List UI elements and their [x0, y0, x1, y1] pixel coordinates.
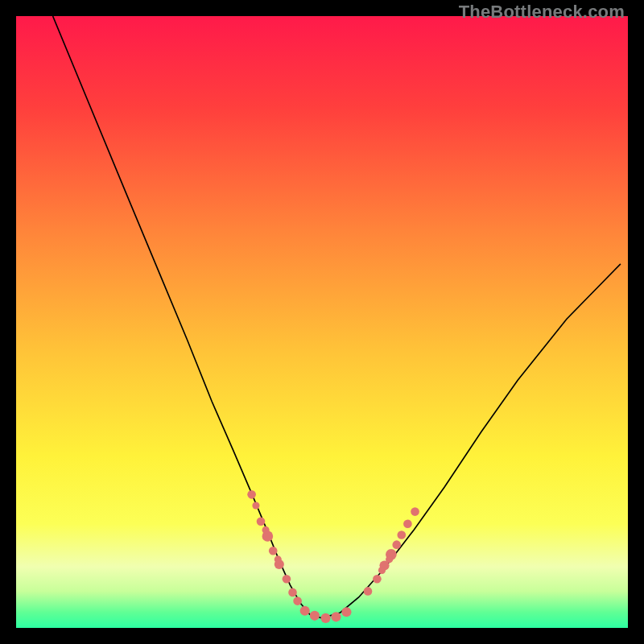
data-point [269, 547, 278, 555]
data-point [392, 540, 401, 549]
data-point [275, 555, 282, 563]
data-point [310, 611, 320, 621]
data-point [293, 597, 302, 605]
data-point [257, 517, 266, 526]
data-point [397, 530, 406, 539]
data-point [288, 588, 297, 597]
data-point [300, 606, 310, 616]
data-point [341, 607, 351, 617]
data-point [386, 555, 393, 563]
data-point [320, 613, 330, 623]
chart-frame: TheBottleneck.com [0, 0, 644, 644]
plot-area [16, 16, 628, 628]
watermark-text: TheBottleneck.com [459, 2, 625, 23]
data-point [331, 612, 341, 621]
data-point [411, 507, 419, 516]
chart-svg [16, 16, 628, 628]
data-point [364, 587, 373, 596]
data-point [247, 490, 256, 499]
data-point [262, 526, 270, 534]
data-point [378, 567, 386, 574]
bottleneck-curve [53, 16, 621, 618]
data-point [252, 502, 259, 509]
data-point [283, 575, 291, 584]
scatter-dots [247, 490, 419, 623]
data-point [403, 519, 412, 528]
data-point [373, 575, 382, 584]
